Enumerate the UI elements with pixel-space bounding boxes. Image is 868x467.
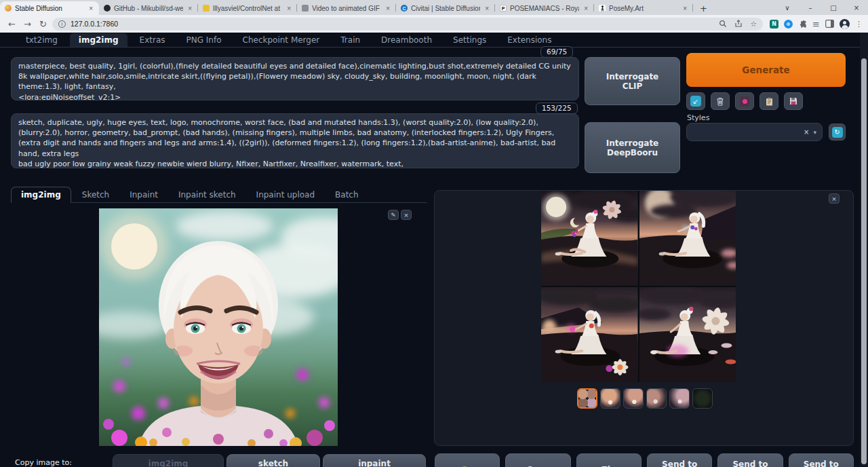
close-tab-icon[interactable]: × <box>87 5 94 12</box>
interrogate-deepbooru-button[interactable]: Interrogate DeepBooru <box>585 122 680 173</box>
bookmark-star-icon[interactable]: ☆ <box>750 20 757 29</box>
styles-dropdown[interactable]: × ▾ <box>686 123 823 141</box>
tab-png-info[interactable]: PNG Info <box>178 33 231 47</box>
save-style-button[interactable] <box>784 92 803 110</box>
new-tab-button[interactable]: + <box>693 3 714 15</box>
copy-to-sketch-button[interactable]: sketch <box>226 454 320 467</box>
save-button[interactable]: Save <box>505 453 570 467</box>
result-image-3[interactable] <box>541 287 638 382</box>
thumbnail-3[interactable] <box>646 388 667 409</box>
tab-strip: Stable Diffusion × GitHub - Mikubill/sd-… <box>0 0 868 15</box>
tab-inpaint[interactable]: Inpaint <box>120 187 167 202</box>
edit-image-button[interactable]: ✎ <box>388 210 399 220</box>
blue-extension-icon[interactable] <box>784 20 793 29</box>
tab-checkpoint-merger[interactable]: Checkpoint Merger <box>234 33 329 47</box>
reload-button[interactable]: ↻ <box>37 20 50 29</box>
thumbnail-5[interactable] <box>692 388 713 409</box>
tab-inpaint-upload[interactable]: Inpaint upload <box>247 187 324 202</box>
extensions-puzzle-icon[interactable] <box>798 20 807 29</box>
url-text[interactable]: 127.0.0.1:7860 <box>71 20 714 28</box>
tab-train[interactable]: Train <box>332 33 369 47</box>
tab-inpaint-sketch[interactable]: Inpaint sketch <box>169 187 245 202</box>
tab-search-icon[interactable]: ∨ <box>776 4 799 12</box>
share-icon[interactable] <box>734 20 743 28</box>
clear-image-button[interactable]: × <box>401 210 412 220</box>
browser-tab-stable-diffusion[interactable]: Stable Diffusion × <box>0 1 99 15</box>
tab-title: Video to animated GIF converter <box>312 5 381 12</box>
tab-sketch[interactable]: Sketch <box>73 187 119 202</box>
tab-title: POSEMANIACS - Royalty free 3 <box>510 5 579 12</box>
result-image-4[interactable] <box>639 287 736 382</box>
address-bar[interactable]: i 127.0.0.1:7860 ☆ <box>52 18 763 31</box>
back-button[interactable]: ← <box>5 20 18 29</box>
browser-tab-posemaniacs[interactable]: P POSEMANIACS - Royalty free 3 × <box>495 1 594 15</box>
close-tab-icon[interactable]: × <box>186 5 193 12</box>
clear-prompt-button[interactable] <box>711 92 730 110</box>
paste-generation-params-button[interactable]: ↙ <box>686 92 705 110</box>
send-to-img2img-button[interactable]: Send to img2img <box>647 453 712 467</box>
copy-image-row: Copy image to: img2img sketch inpaint <box>11 454 427 467</box>
thumbnail-grid[interactable] <box>577 388 597 409</box>
zip-button[interactable]: Zip <box>576 453 642 467</box>
tab-txt2img[interactable]: txt2img <box>17 33 66 47</box>
result-image-1[interactable] <box>541 191 638 286</box>
tab-img2img[interactable]: img2img <box>70 33 127 47</box>
extension-icons: N ≡ ⋮ <box>766 19 863 29</box>
close-tab-icon[interactable]: × <box>484 5 490 12</box>
browser-menu-icon[interactable]: ⋮ <box>855 20 863 29</box>
maximize-button[interactable]: □ <box>822 4 845 12</box>
tab-extensions[interactable]: Extensions <box>498 33 560 47</box>
interrogate-clip-button[interactable]: Interrogate CLIP <box>585 57 680 105</box>
negative-prompt-input[interactable]: sketch, duplicate, ugly, huge eyes, text… <box>11 113 579 168</box>
browser-tab-gif-converter[interactable]: Video to animated GIF converter × <box>297 1 396 15</box>
browser-tab-civitai[interactable]: C Civitai | Stable Diffusion models × <box>396 1 495 15</box>
browser-tab-controlnet[interactable]: lllyasviel/ControlNet at main × <box>198 1 297 15</box>
styles-label: Styles <box>687 113 709 122</box>
thumbnail-2[interactable] <box>623 388 644 409</box>
source-image-dropzone[interactable]: ✎ × <box>11 203 427 449</box>
reading-list-icon[interactable]: ≡ <box>812 20 820 29</box>
result-image-2[interactable] <box>639 191 736 286</box>
tab-extras[interactable]: Extras <box>131 33 174 47</box>
close-tab-icon[interactable]: × <box>583 5 589 12</box>
page-scrollbar[interactable] <box>860 33 868 467</box>
thumbnail-1[interactable] <box>600 388 620 409</box>
open-folder-button[interactable] <box>435 453 500 467</box>
site-info-icon[interactable]: i <box>58 20 66 28</box>
refresh-styles-button[interactable]: ↻ <box>829 124 846 141</box>
close-tab-icon[interactable]: × <box>384 5 391 12</box>
copy-to-img2img-button: img2img <box>113 454 224 467</box>
sidebar-panel-icon[interactable] <box>825 20 834 28</box>
browser-tab-posemyart[interactable]: PoseMy.Art × <box>594 1 693 15</box>
close-window-button[interactable]: × <box>845 4 868 12</box>
generate-button[interactable]: Generate <box>686 53 846 87</box>
close-tab-icon[interactable]: × <box>285 5 292 12</box>
close-gallery-button[interactable]: × <box>829 193 840 204</box>
posemyart-favicon <box>599 5 606 12</box>
profile-avatar[interactable] <box>840 19 850 29</box>
minimize-button[interactable]: – <box>799 4 822 12</box>
chevron-down-icon[interactable]: ▾ <box>813 129 816 136</box>
styles-clear-icon[interactable]: × <box>804 128 809 136</box>
tab-settings[interactable]: Settings <box>444 33 495 47</box>
gallery-thumbnails <box>435 388 854 409</box>
zoom-icon[interactable] <box>719 20 727 28</box>
browser-tab-github[interactable]: GitHub - Mikubill/sd-webui-co × <box>99 1 198 15</box>
close-tab-icon[interactable]: × <box>682 5 688 12</box>
thumbnail-4[interactable] <box>669 388 690 409</box>
forward-button[interactable]: → <box>21 20 34 29</box>
scrollbar-thumb[interactable] <box>861 58 867 464</box>
send-to-inpaint-button[interactable]: Send to inpaint <box>717 453 783 467</box>
copy-to-inpaint-button[interactable]: inpaint <box>323 454 426 467</box>
source-image-portrait[interactable] <box>99 208 338 446</box>
extra-networks-button[interactable] <box>735 92 754 110</box>
tab-dreambooth[interactable]: Dreambooth <box>372 33 441 47</box>
flower-card-icon <box>740 96 749 107</box>
tab-batch[interactable]: Batch <box>326 187 368 202</box>
prompt-input[interactable]: masterpiece, best quality, 1girl, (color… <box>11 57 579 100</box>
result-image-grid[interactable] <box>541 191 736 382</box>
notion-extension-icon[interactable]: N <box>770 20 778 29</box>
apply-styles-button[interactable] <box>760 92 778 110</box>
send-to-extras-button[interactable]: Send to extras <box>789 453 854 467</box>
tab-img2img-mode[interactable]: img2img <box>11 187 71 203</box>
